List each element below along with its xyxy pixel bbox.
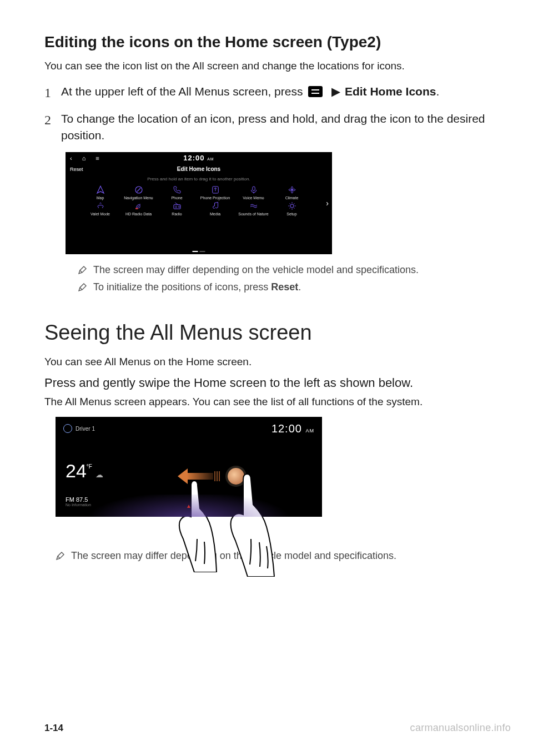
touch-point-icon xyxy=(228,468,244,485)
home-icon: ⌂ xyxy=(82,155,86,162)
cell-valet-mode: Valet Mode xyxy=(82,201,118,216)
svg-rect-3 xyxy=(135,208,138,209)
hamburger-icon: ≡ xyxy=(95,155,99,162)
cell-navigation-menu: Navigation Menu xyxy=(120,185,157,200)
step1-period: . xyxy=(436,85,439,98)
cell-climate: Climate xyxy=(274,185,310,200)
step-2: 2 To change the location of an icon, pre… xyxy=(44,110,489,144)
cell-sounds-of-nature: Sounds of Nature xyxy=(235,201,271,216)
steps-list: 1 At the upper left of the All Menus scr… xyxy=(44,83,489,144)
step-number-2: 2 xyxy=(44,110,61,144)
svg-rect-4 xyxy=(174,205,180,209)
cell-voice-memo: Voice Memo xyxy=(235,185,271,200)
section2-sub: The All Menus screen appears. You can se… xyxy=(44,396,489,408)
step2-text: To change the location of an icon, press… xyxy=(61,110,489,144)
screen-title: Edit Home Icons xyxy=(177,166,220,172)
note-3: The screen may differ depending on the v… xyxy=(56,550,489,562)
cell-map: Map xyxy=(82,185,118,200)
menu-icon xyxy=(308,86,323,97)
section1-intro: You can see the icon list on the All scr… xyxy=(44,60,489,72)
clock-display: 12:00 AM xyxy=(183,154,214,162)
cell-radio: Radio xyxy=(159,201,195,216)
radio-station: FM 87.5 No Information xyxy=(66,496,91,507)
pencil-icon xyxy=(78,283,87,292)
icon-grid: Map Navigation Menu Phone Phone Projecti… xyxy=(66,184,332,219)
pencil-icon xyxy=(78,266,87,275)
section2-notes: The screen may differ depending on the v… xyxy=(56,550,489,562)
caret-icon: ▶ xyxy=(331,83,340,100)
back-icon: ‹ xyxy=(70,155,72,162)
svg-point-5 xyxy=(178,206,180,208)
edit-home-icons-screenshot: ‹ ⌂ ≡ 12:00 AM Reset Edit Home Icons Pre… xyxy=(66,152,332,254)
section1-title: Editing the icons on the Home screen (Ty… xyxy=(44,33,489,51)
caret-up-icon: ▲ xyxy=(186,503,192,509)
note-2: To initialize the positions of icons, pr… xyxy=(78,281,489,293)
pager-dots xyxy=(193,251,205,252)
watermark: carmanualsonline.info xyxy=(410,722,511,734)
cell-hd-radio-data: HD Radio Data xyxy=(120,201,157,216)
home-screen-screenshot: Driver 1 12:00 AM 24°F☁ FM 87.5 No Infor… xyxy=(56,417,322,517)
section2-intro: You can see All Menus on the Home screen… xyxy=(44,356,489,368)
page-number: 1-14 xyxy=(44,723,63,734)
weather-icon: ☁ xyxy=(95,470,103,479)
temperature-display: 24°F☁ xyxy=(66,460,103,482)
pencil-icon xyxy=(56,552,64,561)
avatar-icon xyxy=(63,424,72,433)
cell-phone: Phone xyxy=(159,185,195,200)
section2-instruction: Press and gently swipe the Home screen t… xyxy=(44,376,489,390)
cell-media: Media xyxy=(197,201,233,216)
note-1: The screen may differ depending on the v… xyxy=(78,264,489,276)
step-1: 1 At the upper left of the All Menus scr… xyxy=(44,83,489,103)
cell-setup: Setup xyxy=(274,201,310,216)
step-number-1: 1 xyxy=(44,83,61,103)
step1-action: Edit Home Icons xyxy=(341,85,436,98)
svg-rect-2 xyxy=(252,187,255,191)
section1-notes: The screen may differ depending on the v… xyxy=(78,264,489,293)
clock-display: 12:00 AM xyxy=(271,422,314,435)
chevron-right-icon: › xyxy=(326,199,329,208)
hint-text: Press and hold an item to drag it to ano… xyxy=(66,174,332,184)
driver-profile: Driver 1 xyxy=(63,424,95,433)
cell-phone-projection: Phone Projection xyxy=(197,185,233,200)
reset-button: Reset xyxy=(70,167,83,172)
swipe-left-arrow-icon xyxy=(178,471,222,481)
section2-title: Seeing the All Menus screen xyxy=(44,321,489,345)
step1-pre: At the upper left of the All Menus scree… xyxy=(61,85,306,98)
svg-point-6 xyxy=(290,204,294,208)
